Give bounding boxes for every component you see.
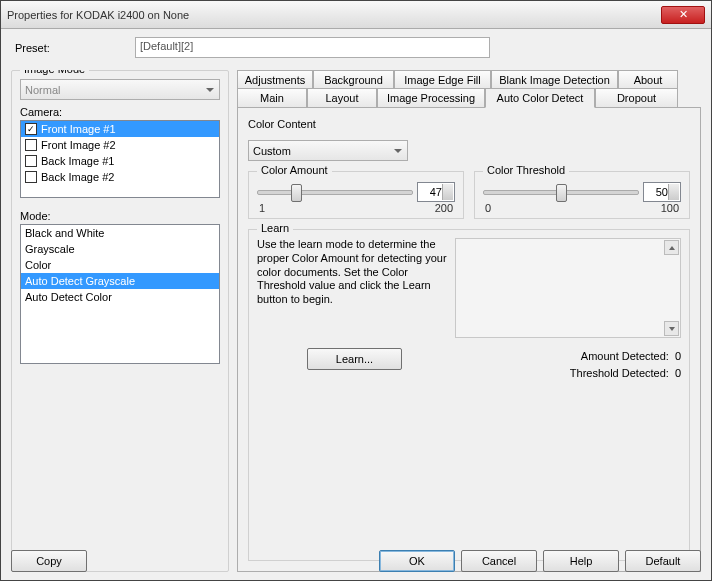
tab-blank-image-detection[interactable]: Blank Image Detection <box>491 70 618 89</box>
mode-list[interactable]: Black and WhiteGrayscaleColorAuto Detect… <box>20 224 220 364</box>
color-threshold-min: 0 <box>485 202 491 214</box>
camera-item-label: Front Image #2 <box>41 139 116 151</box>
camera-item-label: Back Image #2 <box>41 171 114 183</box>
tabs-row-front: MainLayoutImage ProcessingAuto Color Det… <box>237 88 701 107</box>
scroll-up-button[interactable] <box>664 240 679 255</box>
preset-input[interactable]: [Default][2] <box>135 37 490 58</box>
camera-item[interactable]: Back Image #2 <box>21 169 219 185</box>
tab-about[interactable]: About <box>618 70 678 89</box>
ok-button[interactable]: OK <box>379 550 455 572</box>
color-amount-value: 47 <box>430 186 442 198</box>
color-content-combo[interactable]: Custom <box>248 140 408 161</box>
right-column: AdjustmentsBackgroundImage Edge FillBlan… <box>237 70 701 572</box>
color-threshold-max: 100 <box>661 202 679 214</box>
color-amount-label: Color Amount <box>257 164 332 176</box>
color-amount-group: Color Amount 47 <box>248 171 464 219</box>
bottom-button-bar: Copy OK Cancel Help Default <box>11 550 701 572</box>
default-button[interactable]: Default <box>625 550 701 572</box>
amount-detected-value: 0 <box>675 348 681 365</box>
threshold-detected-value: 0 <box>675 365 681 382</box>
camera-list[interactable]: Front Image #1Front Image #2Back Image #… <box>20 120 220 198</box>
camera-item-label: Front Image #1 <box>41 123 116 135</box>
mode-item[interactable]: Color <box>21 257 219 273</box>
copy-button[interactable]: Copy <box>11 550 87 572</box>
preset-row: Preset: [Default][2] <box>11 37 701 58</box>
mode-item[interactable]: Auto Detect Grayscale <box>21 273 219 289</box>
detected-values: Amount Detected: 0 Threshold Detected: 0 <box>570 348 681 381</box>
learn-label: Learn <box>257 222 293 234</box>
camera-item[interactable]: Front Image #1 <box>21 121 219 137</box>
camera-item[interactable]: Front Image #2 <box>21 137 219 153</box>
tabs-row-back: AdjustmentsBackgroundImage Edge FillBlan… <box>237 70 701 89</box>
preset-label: Preset: <box>11 42 135 54</box>
mode-item[interactable]: Black and White <box>21 225 219 241</box>
checkbox-icon[interactable] <box>25 139 37 151</box>
left-column: Image Mode Normal Camera: Front Image #1… <box>11 70 229 572</box>
image-mode-group: Image Mode Normal Camera: Front Image #1… <box>11 70 229 572</box>
mode-item[interactable]: Grayscale <box>21 241 219 257</box>
color-amount-max: 200 <box>435 202 453 214</box>
checkbox-icon[interactable] <box>25 171 37 183</box>
window-title: Properties for KODAK i2400 on None <box>7 9 661 21</box>
dialog-window: Properties for KODAK i2400 on None ✕ Pre… <box>0 0 712 581</box>
tab-background[interactable]: Background <box>313 70 394 89</box>
tab-auto-color-detect[interactable]: Auto Color Detect <box>485 88 595 108</box>
tab-panel-auto-color-detect: Color Content Custom Color Amount <box>237 107 701 572</box>
learn-preview <box>455 238 681 338</box>
sliders-row: Color Amount 47 <box>248 171 690 219</box>
tab-layout[interactable]: Layout <box>307 88 377 107</box>
help-button[interactable]: Help <box>543 550 619 572</box>
content-area: Preset: [Default][2] Image Mode Normal C… <box>1 29 711 580</box>
tab-dropout[interactable]: Dropout <box>595 88 678 107</box>
color-content-value: Custom <box>253 145 291 157</box>
checkbox-icon[interactable] <box>25 155 37 167</box>
titlebar: Properties for KODAK i2400 on None ✕ <box>1 1 711 29</box>
color-amount-slider[interactable] <box>257 182 413 202</box>
columns: Image Mode Normal Camera: Front Image #1… <box>11 70 701 572</box>
learn-button[interactable]: Learn... <box>307 348 402 370</box>
learn-text: Use the learn mode to determine the prop… <box>257 238 447 338</box>
color-threshold-label: Color Threshold <box>483 164 569 176</box>
learn-group: Learn Use the learn mode to determine th… <box>248 229 690 561</box>
checkbox-icon[interactable] <box>25 123 37 135</box>
amount-detected-label: Amount Detected: <box>581 348 669 365</box>
learn-button-label: Learn... <box>336 353 373 365</box>
scroll-down-button[interactable] <box>664 321 679 336</box>
camera-item-label: Back Image #1 <box>41 155 114 167</box>
mode-item[interactable]: Auto Detect Color <box>21 289 219 305</box>
color-amount-spinner[interactable]: 47 <box>417 182 455 202</box>
threshold-detected-label: Threshold Detected: <box>570 365 669 382</box>
tab-image-processing[interactable]: Image Processing <box>377 88 485 107</box>
color-amount-min: 1 <box>259 202 265 214</box>
image-mode-title: Image Mode <box>20 70 89 75</box>
close-icon: ✕ <box>679 8 688 21</box>
color-content-label: Color Content <box>248 118 690 130</box>
tab-main[interactable]: Main <box>237 88 307 107</box>
cancel-button[interactable]: Cancel <box>461 550 537 572</box>
mode-label: Mode: <box>20 210 220 222</box>
color-threshold-spinner[interactable]: 50 <box>643 182 681 202</box>
tab-adjustments[interactable]: Adjustments <box>237 70 313 89</box>
tab-image-edge-fill[interactable]: Image Edge Fill <box>394 70 491 89</box>
image-mode-combo-value: Normal <box>25 84 60 96</box>
color-threshold-slider[interactable] <box>483 182 639 202</box>
preset-value: [Default][2] <box>140 40 193 52</box>
image-mode-combo[interactable]: Normal <box>20 79 220 100</box>
camera-item[interactable]: Back Image #1 <box>21 153 219 169</box>
color-threshold-group: Color Threshold 50 <box>474 171 690 219</box>
camera-label: Camera: <box>20 106 220 118</box>
close-button[interactable]: ✕ <box>661 6 705 24</box>
color-threshold-value: 50 <box>656 186 668 198</box>
